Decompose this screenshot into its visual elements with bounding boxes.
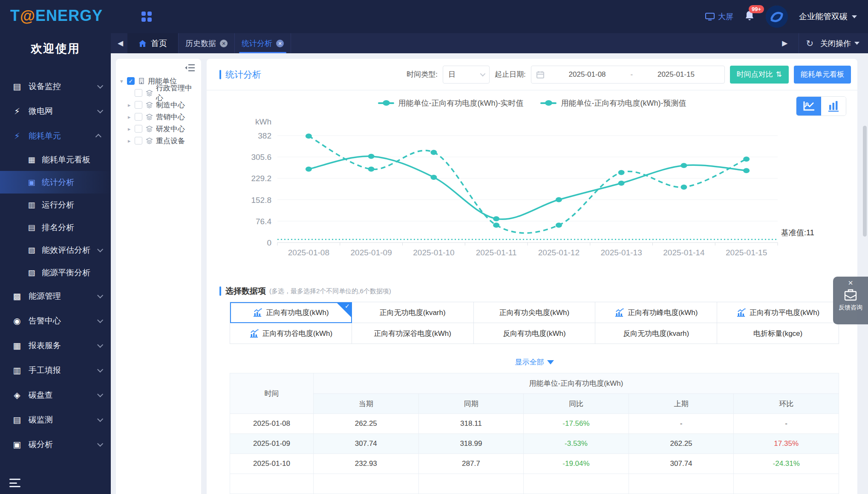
cell-value <box>734 474 839 494</box>
big-screen-button[interactable]: 大屏 <box>705 12 733 22</box>
line-chart[interactable]: 076.4152.8229.2305.6382kWh2025-01-082025… <box>213 90 852 260</box>
date-range-input[interactable]: 2025-01-08 - 2025-01-15 <box>531 66 725 84</box>
caret-right-icon[interactable]: ▸ <box>128 102 135 108</box>
sidebar-item-report-service[interactable]: ▦ 报表服务 <box>0 333 111 358</box>
data-item-0[interactable]: 正向有功电度(kWh) ✓ <box>230 302 352 323</box>
selector-title: 选择数据项 <box>225 286 266 297</box>
sidebar-item-device-monitoring[interactable]: ▤ 设备监控 <box>0 74 111 99</box>
sidebar-subitem-statistical-analysis[interactable]: ▣ 统计分析 <box>0 171 111 194</box>
org-switcher[interactable]: 企业能管双碳 <box>799 11 857 22</box>
data-item-5[interactable]: 正向有功谷电度(kWh) <box>230 323 352 344</box>
notification-bell-button[interactable]: 99+ <box>744 10 755 23</box>
sidebar-subitem-energy-balance-analysis[interactable]: ▨ 能源平衡分析 <box>0 261 111 284</box>
caret-right-icon[interactable]: ▸ <box>128 114 135 120</box>
topbar: 大屏 99+ 企业能管双碳 <box>111 0 868 33</box>
cell-value: -24.31% <box>734 454 839 474</box>
tab-home[interactable]: 首页 <box>127 33 179 53</box>
refresh-icon[interactable]: ↻ <box>806 38 813 49</box>
tree-item-admin-management-center[interactable]: 行政管理中心 <box>120 87 197 99</box>
cell-value <box>418 474 524 494</box>
tab-close-icon[interactable]: ✕ <box>276 40 284 47</box>
data-item-6[interactable]: 正向有功深谷电度(kWh) <box>352 323 474 344</box>
sidebar-item-label: 设备监控 <box>29 81 61 92</box>
data-item-3[interactable]: 正向有功峰电度(kWh) <box>595 302 717 323</box>
table-col-time: 时间 <box>230 373 314 414</box>
lightning-icon: ⚡ <box>11 131 23 141</box>
data-item-8[interactable]: 反向无功电度(kvarh) <box>595 323 717 344</box>
time-type-select[interactable]: 日 <box>443 66 490 84</box>
sidebar-subitem-energy-unit-board[interactable]: ▦ 能耗单元看板 <box>0 148 111 171</box>
sidebar-item-label: 能耗单元 <box>29 130 61 142</box>
trend-chart-icon <box>614 308 624 317</box>
data-item-1[interactable]: 正向无功电度(kvarh) <box>352 302 474 323</box>
sidebar-subitem-efficiency-evaluation-analysis[interactable]: ▧ 能效评估分析 <box>0 239 111 261</box>
sidebar-collapse-icon[interactable] <box>9 479 20 487</box>
time-point-compare-button[interactable]: 时间点对比 ⇅ <box>730 66 789 84</box>
checkbox[interactable] <box>135 101 142 109</box>
selector-header: 选择数据项 (多选，最多选择2个不同单位的,6个数据项) <box>219 286 391 297</box>
data-item-4[interactable]: 正向有功平电度(kWh) <box>717 302 839 323</box>
sidebar-item-carbon-monitoring[interactable]: ▤ 碳监测 <box>0 407 111 432</box>
checkbox[interactable] <box>135 113 142 121</box>
close-icon[interactable]: ✕ <box>848 279 854 288</box>
checkbox[interactable] <box>135 89 142 97</box>
sidebar-item-energy-unit[interactable]: ⚡ 能耗单元 <box>0 124 111 148</box>
chevron-down-icon <box>854 42 859 45</box>
sidebar-subitem-label: 排名分析 <box>42 222 74 233</box>
table-group-header: 用能单位-正向有功电度(kWh) <box>314 373 839 394</box>
tab-statistical-analysis[interactable]: 统计分析 ✕ <box>235 33 291 53</box>
date-end-value[interactable]: 2025-01-15 <box>633 70 719 79</box>
sidebar-item-carbon-analysis[interactable]: ▣ 碳分析 <box>0 432 111 457</box>
table-body: 2025-01-08 262.25318.11-17.56%-- 2025-01… <box>230 414 839 494</box>
close-operations-menu[interactable]: 关闭操作 <box>820 38 859 49</box>
tree-collapse-icon[interactable] <box>185 64 195 72</box>
board-button-label: 能耗单元看板 <box>801 69 844 79</box>
cell-time: 2025-01-08 <box>230 414 314 434</box>
sidebar-item-carbon-inventory[interactable]: ◈ 碳盘查 <box>0 383 111 407</box>
checkbox[interactable] <box>135 125 142 133</box>
energy-unit-board-button[interactable]: 能耗单元看板 <box>794 66 851 84</box>
selector-hint: (多选，最多选择2个不同单位的,6个数据项) <box>269 287 391 295</box>
org-label: 企业能管双碳 <box>799 11 848 22</box>
show-all-button[interactable]: 显示全部 <box>230 357 839 367</box>
avatar[interactable] <box>766 6 788 28</box>
tree-item-label: 研发中心 <box>156 124 185 134</box>
sidebar-subitem-ranking-analysis[interactable]: ▤ 排名分析 <box>0 216 111 239</box>
scrollbar-thumb[interactable] <box>863 126 867 237</box>
table-row-2025-01-09[interactable]: 2025-01-09 307.74318.99-3.53%262.2517.35… <box>230 434 839 454</box>
table-row-2025-01-08[interactable]: 2025-01-08 262.25318.11-17.56%-- <box>230 414 839 434</box>
sidebar-item-alarm-center[interactable]: ◉ 告警中心 <box>0 309 111 333</box>
checkbox[interactable] <box>135 137 142 144</box>
sort-arrows-icon: ⇅ <box>776 70 782 79</box>
svg-text:kWh: kWh <box>255 117 271 126</box>
sidebar-subitem-operation-analysis[interactable]: ▥ 运行分析 <box>0 194 111 216</box>
caret-right-icon[interactable]: ▸ <box>128 138 135 144</box>
data-item-2[interactable]: 正向有功尖电度(kWh) <box>474 302 596 323</box>
caret-down-icon[interactable]: ▾ <box>120 78 127 84</box>
tab-close-icon[interactable]: ✕ <box>220 40 228 47</box>
checkbox[interactable]: ✓ <box>127 77 135 85</box>
layers-icon <box>146 125 153 133</box>
tabs-back-button[interactable]: ◀ <box>111 33 127 53</box>
tree-item-marketing-center[interactable]: ▸ 营销中心 <box>120 111 197 123</box>
sidebar-item-microgrid[interactable]: ⚡ 微电网 <box>0 99 111 124</box>
sidebar-item-manual-entry[interactable]: ▥ 手工填报 <box>0 358 111 383</box>
table-row-2025-01-10[interactable]: 2025-01-10 232.93287.7-19.04%307.74-24.3… <box>230 454 839 474</box>
tabs-forward-button[interactable]: ▶ <box>775 39 792 48</box>
feedback-widget[interactable]: ✕ 反馈咨询 <box>833 277 868 324</box>
data-item-7[interactable]: 反向有功电度(kWh) <box>474 323 596 344</box>
layers-icon <box>146 90 153 97</box>
tree-item-key-equipment[interactable]: ▸ 重点设备 <box>120 135 197 147</box>
data-item-9[interactable]: 电折标量(kgce) <box>717 323 839 344</box>
cell-value: -19.04% <box>524 454 629 474</box>
sidebar-subitem-label: 能耗单元看板 <box>42 154 90 165</box>
sidebar-item-energy-management[interactable]: ▩ 能源管理 <box>0 284 111 309</box>
table-col-当期: 当期 <box>314 394 419 414</box>
date-start-value[interactable]: 2025-01-08 <box>544 70 631 79</box>
caret-right-icon[interactable]: ▸ <box>128 126 135 132</box>
app-grid-icon[interactable] <box>141 12 152 22</box>
tab-history-data[interactable]: 历史数据 ✕ <box>179 33 235 53</box>
book-icon: ▦ <box>11 341 23 351</box>
tree-item-rd-center[interactable]: ▸ 研发中心 <box>120 123 197 135</box>
feedback-envelope-icon <box>843 288 858 302</box>
